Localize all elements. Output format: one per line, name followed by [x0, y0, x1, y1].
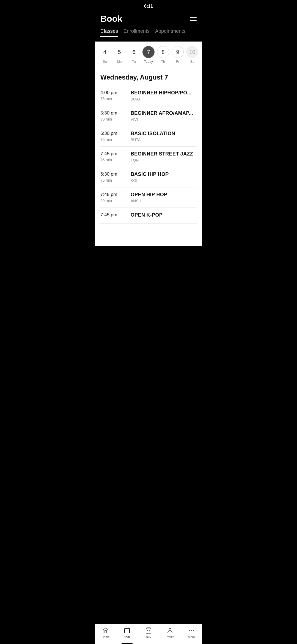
day-number-6: 6	[128, 46, 140, 58]
class-time: 7:45 pm 90 min	[100, 192, 131, 203]
day-number-5: 5	[113, 46, 125, 58]
class-name: BASIC HIP HOP	[131, 171, 197, 177]
class-time: 7:45 pm	[100, 212, 131, 219]
time-main: 4:00 pm	[100, 90, 131, 95]
main-content: 4 Su 5 Mo 6 Tu 7 Today 8 Th 9 Fr 10	[95, 42, 202, 246]
status-bar: 6:11	[95, 0, 202, 11]
page-title: Book	[100, 14, 122, 24]
calendar-day-6[interactable]: 6 Tu	[127, 46, 141, 64]
filter-button[interactable]	[190, 17, 197, 21]
day-name-6: Tu	[132, 60, 136, 64]
class-time: 4:00 pm 75 min	[100, 90, 131, 101]
status-time: 6:11	[144, 4, 153, 9]
class-instructor: BOAT	[131, 97, 197, 101]
class-item[interactable]: 5:30 pm 90 min BEGINNER AFRO/AMAP... VIV…	[100, 106, 197, 126]
time-duration: 75 min	[100, 178, 131, 182]
class-instructor: VIVI	[131, 117, 197, 122]
class-time: 5:30 pm 90 min	[100, 110, 131, 121]
day-number-9: 9	[172, 46, 184, 58]
class-name: BEGINNER AFRO/AMAP...	[131, 110, 197, 116]
header: Book	[95, 11, 202, 28]
time-duration: 75 min	[100, 97, 131, 101]
class-instructor: ANSH	[131, 199, 197, 203]
day-number-8: 8	[157, 46, 169, 58]
calendar-day-9[interactable]: 9 Fr	[171, 46, 184, 64]
tab-classes[interactable]: Classes	[100, 28, 118, 37]
schedule-content: Wednesday, August 7 4:00 pm 75 min BEGIN…	[95, 68, 202, 224]
class-name: OPEN K-POP	[131, 212, 197, 218]
day-number-10: 10	[186, 46, 198, 58]
day-name-today: Today	[144, 60, 153, 64]
class-item[interactable]: 6:30 pm 75 min BASIC HIP HOP KOI	[100, 167, 197, 187]
calendar-week: 4 Su 5 Mo 6 Tu 7 Today 8 Th 9 Fr 10	[95, 42, 202, 68]
tab-enrollments[interactable]: Enrollments	[123, 28, 150, 37]
selected-date: Wednesday, August 7	[100, 68, 197, 86]
day-name-10: Sa	[190, 60, 194, 64]
class-time: 6:30 pm 75 min	[100, 171, 131, 182]
class-name: OPEN HIP HOP	[131, 192, 197, 198]
class-instructor: KOI	[131, 178, 197, 183]
time-main: 6:30 pm	[100, 171, 131, 177]
class-name: BASIC ISOLATION	[131, 131, 197, 137]
filter-icon-line3	[190, 20, 197, 21]
day-name-9: Fr	[176, 60, 179, 64]
tab-bar: Classes Enrollments Appointments	[95, 28, 202, 42]
class-instructor: TON	[131, 158, 197, 162]
class-item[interactable]: 7:45 pm 75 min BEGINNER STREET JAZZ TON	[100, 147, 197, 167]
time-duration: 75 min	[100, 158, 131, 162]
calendar-day-8[interactable]: 8 Th	[156, 46, 170, 64]
class-item[interactable]: 4:00 pm 75 min BEGINNER HIPHOP/PO... BOA…	[100, 86, 197, 106]
time-duration: 90 min	[100, 117, 131, 121]
class-time: 6:30 pm 75 min	[100, 131, 131, 142]
class-item[interactable]: 6:30 pm 75 min BASIC ISOLATION BUTA	[100, 126, 197, 147]
time-duration: 75 min	[100, 137, 131, 142]
time-main: 5:30 pm	[100, 110, 131, 116]
class-name: BEGINNER HIPHOP/PO...	[131, 90, 197, 96]
class-info: BEGINNER HIPHOP/PO... BOAT	[131, 90, 197, 101]
class-instructor: BUTA	[131, 138, 197, 142]
filter-icon-line2	[191, 19, 196, 19]
class-info: BEGINNER AFRO/AMAP... VIVI	[131, 110, 197, 122]
calendar-day-5[interactable]: 5 Mo	[113, 46, 126, 64]
filter-icon-line1	[190, 17, 197, 18]
calendar-day-7[interactable]: 7 Today	[142, 46, 155, 64]
day-name-8: Th	[161, 60, 165, 64]
day-number-7: 7	[142, 46, 155, 58]
class-info: OPEN HIP HOP ANSH	[131, 192, 197, 203]
class-info: BASIC ISOLATION BUTA	[131, 131, 197, 142]
tab-appointments[interactable]: Appointments	[155, 28, 185, 37]
class-info: BEGINNER STREET JAZZ TON	[131, 151, 197, 162]
time-main: 7:45 pm	[100, 192, 131, 197]
class-name: BEGINNER STREET JAZZ	[131, 151, 197, 157]
class-item[interactable]: 7:45 pm OPEN K-POP	[100, 208, 197, 224]
calendar-day-10[interactable]: 10 Sa	[186, 46, 199, 64]
day-name-4: Su	[103, 60, 107, 64]
day-number-4: 4	[99, 46, 111, 58]
class-item[interactable]: 7:45 pm 90 min OPEN HIP HOP ANSH	[100, 187, 197, 208]
calendar-day-4[interactable]: 4 Su	[98, 46, 111, 64]
day-name-5: Mo	[117, 60, 122, 64]
class-info: OPEN K-POP	[131, 212, 197, 219]
time-main: 7:45 pm	[100, 212, 131, 218]
time-main: 6:30 pm	[100, 131, 131, 136]
time-main: 7:45 pm	[100, 151, 131, 157]
time-duration: 90 min	[100, 198, 131, 203]
class-time: 7:45 pm 75 min	[100, 151, 131, 162]
class-info: BASIC HIP HOP KOI	[131, 171, 197, 183]
